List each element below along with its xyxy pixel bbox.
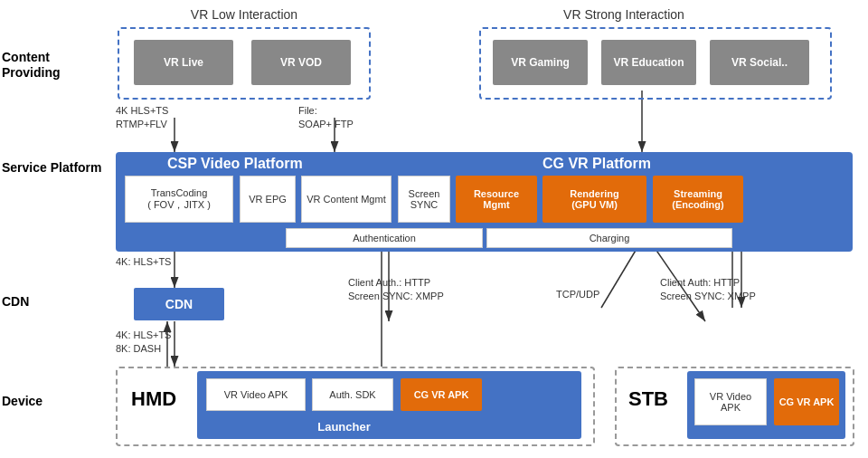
cdn-protocol-below: 4K: HLS+TS8K: DASH — [116, 329, 171, 357]
diagram-container: Content Providing Service Platform CDN D… — [0, 0, 868, 458]
csp-title: CSP Video Platform — [167, 156, 303, 172]
cdn-protocol-label: 4K: HLS+TS — [116, 255, 171, 269]
vr-education-box: VR Education — [601, 40, 696, 85]
cg-title: CG VR Platform — [542, 156, 651, 172]
hmd-vr-video-apk: VR Video APK — [206, 378, 306, 411]
hmd-auth-sdk: Auth. SDK — [312, 378, 393, 411]
launcher-bar: Launcher — [206, 416, 482, 436]
vr-vod-box: VR VOD — [251, 40, 351, 85]
cdn-box: CDN — [134, 288, 224, 320]
vr-strong-title: VR Strong Interaction — [488, 7, 760, 22]
vr-live-box: VR Live — [134, 40, 233, 85]
transcoding-box: TransCoding( FOV，JITX ) — [125, 176, 233, 223]
vr-gaming-box: VR Gaming — [493, 40, 588, 85]
label-device: Device — [2, 394, 56, 409]
charging-box: Charging — [486, 228, 732, 248]
label-cdn: CDN — [2, 294, 56, 310]
vr-low-title: VR Low Interaction — [127, 7, 362, 22]
vr-content-mgmt-box: VR Content Mgmt — [301, 176, 392, 223]
resource-mgmt-box: ResourceMgmt — [456, 176, 537, 223]
protocol-label-top-left: 4K HLS+TSRTMP+FLV — [116, 104, 168, 132]
hmd-cg-vr-apk: CG VR APK — [401, 378, 482, 411]
stb-label: STB — [628, 387, 668, 411]
stb-cg-vr-apk: CG VR APK — [774, 378, 839, 425]
protocol-label-top-right: File:SOAP+ FTP — [298, 104, 354, 132]
streaming-box: Streaming(Encoding) — [653, 176, 743, 223]
screen-sync-box: ScreenSYNC — [398, 176, 450, 223]
label-content-providing: Content Providing — [2, 50, 101, 81]
stb-vr-video-apk: VR VideoAPK — [694, 378, 767, 425]
label-service-platform: Service Platform — [2, 160, 108, 176]
hmd-label: HMD — [131, 387, 176, 411]
authentication-box: Authentication — [286, 228, 483, 248]
vr-social-box: VR Social.. — [710, 40, 809, 85]
client-auth-mid: Client Auth.: HTTPScreen SYNC: XMPP — [348, 276, 444, 304]
client-auth-right: Client Auth: HTTPScreen SYNC: XMPP — [660, 276, 756, 304]
vr-epg-box: VR EPG — [240, 176, 296, 223]
rendering-box: Rendering(GPU VM) — [542, 176, 646, 223]
tcp-udp-label: TCP/UDP — [556, 288, 599, 301]
